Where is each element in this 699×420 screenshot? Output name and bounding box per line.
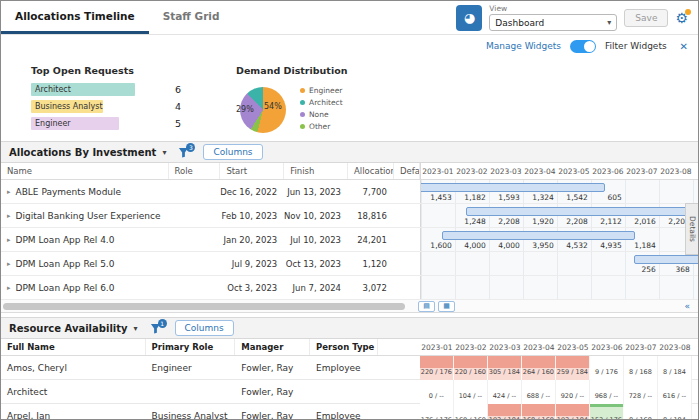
gantt-bar[interactable]	[466, 207, 698, 216]
availability-cell[interactable]: 616 / --	[658, 380, 692, 404]
timeline-value: 4,000	[489, 241, 520, 250]
settings-button[interactable]: ⚙	[675, 10, 688, 26]
manage-widgets-link[interactable]: Manage Widgets	[486, 41, 561, 51]
timeline-value: 1,248	[455, 217, 486, 226]
resource-row[interactable]: Amos, CherylEngineerFowler, RayEmployee2…	[1, 356, 698, 380]
chevron-down-icon[interactable]: ▾	[162, 148, 166, 157]
expand-caret-icon[interactable]: ▸	[7, 188, 11, 196]
allocation-timeline-cell[interactable]: 1,6004,0004,0003,9504,5324,9351,184	[420, 228, 698, 251]
save-button[interactable]: Save	[624, 9, 668, 27]
resource-rows: Amos, CherylEngineerFowler, RayEmployee2…	[1, 356, 698, 420]
availability-value: 8 / 168	[624, 368, 657, 376]
filter-widgets-toggle[interactable]	[570, 40, 596, 53]
availability-cell[interactable]: 264 / 160	[522, 356, 556, 380]
column-header-primary-role[interactable]: Primary Role	[146, 339, 236, 355]
availability-cell[interactable]: 193 / 184	[488, 404, 522, 420]
column-header-default[interactable]: Default...	[394, 163, 420, 179]
availability-cell[interactable]: 8 / 184	[658, 404, 692, 420]
availability-cell[interactable]: 0 / --	[420, 380, 454, 404]
availability-cell[interactable]: 305 / 184	[488, 356, 522, 380]
gantt-bar[interactable]	[442, 231, 635, 240]
allocation-timeline-cell[interactable]	[420, 276, 698, 299]
column-header-allocation[interactable]: Allocation	[348, 163, 394, 179]
availability-cell[interactable]: 8 / 168	[624, 404, 658, 420]
availability-cell[interactable]: 8 / 184	[658, 356, 692, 380]
timeline-value: 2,112	[591, 217, 622, 226]
table-view-button[interactable]: ▦	[438, 301, 455, 312]
availability-cell[interactable]: 104 / --	[454, 380, 488, 404]
resource-row[interactable]: Arpel, IanBusiness AnalystFowler, RayEmp…	[1, 404, 698, 420]
pie-slice-label: 54%	[264, 102, 282, 111]
view-group: View Dashboard ▾	[489, 4, 617, 31]
column-header-full-name[interactable]: Full Name	[1, 339, 146, 355]
availability-cell[interactable]: 176 / 176	[420, 404, 454, 420]
grid-view-button[interactable]: ▤	[418, 301, 435, 312]
availability-cell[interactable]: 424 / --	[488, 380, 522, 404]
open-request-item[interactable]: Engineer5	[31, 117, 181, 132]
chart-view-button[interactable]: ◕	[456, 5, 482, 31]
allocation-row[interactable]: ▸DPM Loan App Rel 5.0Jul 9, 2023Oct 13, …	[1, 252, 698, 276]
allocation-row[interactable]: ▸Digital Banking User ExperienceFeb 10, …	[1, 204, 698, 228]
column-header-role[interactable]: Role	[169, 163, 221, 179]
availability-cell[interactable]: 968 / --	[590, 380, 624, 404]
tab-staff-grid[interactable]: Staff Grid	[149, 1, 234, 34]
expand-caret-icon[interactable]: ▸	[7, 212, 11, 220]
column-header-finish[interactable]: Finish	[284, 163, 348, 179]
allocation-row[interactable]: ▸DPM Loan App Rel 4.0Jan 20, 2023Jul 10,…	[1, 228, 698, 252]
details-tab[interactable]: Details	[685, 203, 698, 255]
allocation-default-cell	[394, 228, 420, 251]
allocation-total-cell: 1,120	[348, 252, 394, 275]
expand-caret-icon[interactable]: ▸	[7, 260, 11, 268]
close-icon[interactable]: ✕	[680, 41, 688, 52]
availability-cell[interactable]: 920 / --	[556, 380, 590, 404]
availability-cell[interactable]: 168 / 160	[522, 404, 556, 420]
columns-button[interactable]: Columns	[203, 144, 262, 160]
column-header-manager[interactable]: Manager	[235, 339, 310, 355]
availability-cell[interactable]: 8 / 168	[624, 356, 658, 380]
gantt-bar[interactable]	[420, 183, 606, 192]
availability-cell[interactable]: 220 / 160	[454, 356, 488, 380]
open-request-item[interactable]: Architect6	[31, 83, 181, 98]
collapse-icon[interactable]: «	[684, 301, 690, 311]
gantt-bar[interactable]	[634, 255, 698, 264]
columns-button[interactable]: Columns	[175, 320, 234, 336]
allocation-role-cell	[169, 180, 221, 203]
top-open-requests-items: Architect6Business Analyst4Engineer5	[31, 83, 181, 132]
scrollbar-thumb[interactable]	[3, 303, 405, 310]
availability-cell[interactable]: 193 / 184	[556, 404, 590, 420]
availability-cell[interactable]: 153 / 176	[590, 404, 624, 420]
allocation-timeline-cell[interactable]: 256368	[420, 252, 698, 275]
request-label: Architect	[31, 85, 71, 94]
chevron-down-icon[interactable]: ▾	[134, 324, 138, 333]
column-header-name[interactable]: Name	[1, 163, 169, 179]
allocation-row[interactable]: ▸DPM Loan App Rel 6.0Oct 3, 2023Jun 7, 2…	[1, 276, 698, 300]
filter-button[interactable]: 1	[150, 323, 161, 334]
filter-button[interactable]: 3	[178, 147, 189, 158]
allocation-timeline-cell[interactable]: 1,2482,2081,9202,2082,1122,0162,208	[420, 204, 698, 227]
view-select[interactable]: Dashboard ▾	[489, 14, 617, 31]
availability-cell[interactable]: 728 / --	[624, 380, 658, 404]
availability-cell[interactable]: 259 / 184	[556, 356, 590, 380]
widgets-area: Top Open Requests Architect6Business Ana…	[1, 57, 698, 141]
availability-cell[interactable]: 220 / 176	[420, 356, 454, 380]
availability-cell[interactable]: 160 / 160	[454, 404, 488, 420]
resource-row[interactable]: ArchitectFowler, Ray0 / --104 / --424 / …	[1, 380, 698, 404]
allocation-timeline-cell[interactable]: 1,4531,1821,5931,3241,542605	[420, 180, 698, 203]
column-header-start[interactable]: Start	[220, 163, 284, 179]
timeline-month-header: 2023-02	[454, 343, 488, 352]
timeline-value: 1,453	[421, 193, 452, 202]
expand-caret-icon[interactable]: ▸	[7, 236, 11, 244]
alloc-table-header: Name Role Start Finish Allocation Defaul…	[1, 163, 698, 180]
tab-allocations-timeline[interactable]: Allocations Timeline	[1, 1, 149, 34]
open-request-item[interactable]: Business Analyst4	[31, 100, 181, 115]
allocation-name-cell: ▸ABLE Payments Module	[1, 180, 169, 203]
expand-caret-icon[interactable]: ▸	[7, 284, 11, 292]
column-header-person-type[interactable]: Person Type	[310, 339, 378, 355]
availability-cell[interactable]: 9 / 176	[590, 356, 624, 380]
availability-cell[interactable]: 688 / --	[522, 380, 556, 404]
resource-role-cell: Engineer	[146, 356, 236, 379]
allocation-default-cell	[394, 180, 420, 203]
allocation-row[interactable]: ▸ABLE Payments ModuleDec 16, 2022Jun 13,…	[1, 180, 698, 204]
timeline-month-header: 2023-07	[624, 343, 658, 352]
timeline-month-header: 2023-01	[420, 343, 454, 352]
